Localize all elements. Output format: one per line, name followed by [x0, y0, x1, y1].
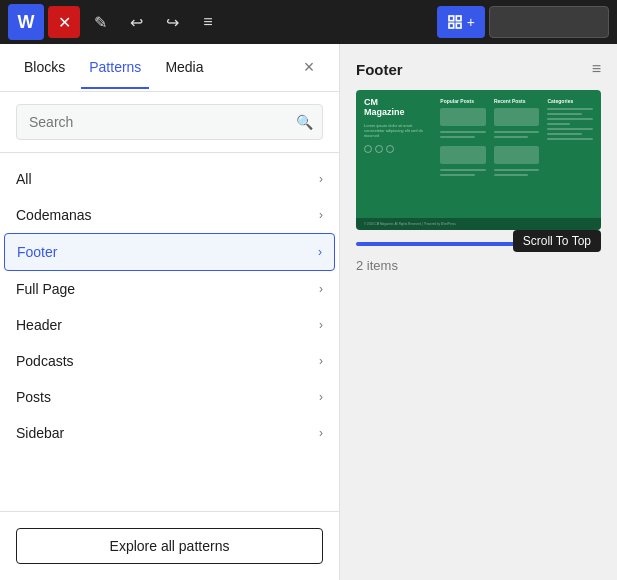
cat-line [547, 138, 593, 140]
recent-line [494, 131, 540, 133]
list-view-button[interactable]: ≡ [192, 6, 224, 38]
footer-main-col: CMMagazine Lorem ipsum dolor sit amet co… [364, 98, 432, 222]
search-container: 🔍 [0, 92, 339, 153]
toolbar-search-input[interactable] [489, 6, 609, 38]
post-line [440, 169, 486, 171]
post-line [440, 174, 474, 176]
category-item-full-page[interactable]: Full Page › [0, 271, 339, 307]
category-item-posts[interactable]: Posts › [0, 379, 339, 415]
cat-line [547, 118, 593, 120]
pattern-preview-card[interactable]: CMMagazine Lorem ipsum dolor sit amet co… [356, 90, 601, 230]
recent-image-2 [494, 146, 540, 164]
magazine-title: CMMagazine [364, 98, 432, 118]
svg-rect-3 [456, 23, 461, 28]
search-input-wrap: 🔍 [16, 104, 323, 140]
category-label: All [16, 171, 32, 187]
chevron-icon: › [319, 282, 323, 296]
footer-preview-content: CMMagazine Lorem ipsum dolor sit amet co… [356, 90, 601, 230]
svg-rect-2 [449, 23, 454, 28]
chevron-icon: › [319, 208, 323, 222]
right-panel-title: Footer [356, 61, 403, 78]
category-label: Posts [16, 389, 51, 405]
chevron-icon: › [318, 245, 322, 259]
footer-copyright: © 2024 CM Magazine. All Rights Reserved.… [364, 222, 456, 226]
recent-posts-col: Recent Posts [494, 98, 540, 222]
right-panel-header: Footer ≡ [356, 60, 601, 78]
pencil-icon: ✎ [94, 13, 107, 32]
cat-line [547, 108, 593, 110]
wp-logo-button[interactable]: W [8, 4, 44, 40]
categories-header: Categories [547, 98, 593, 104]
tab-media[interactable]: Media [157, 47, 211, 89]
main-content: Blocks Patterns Media × 🔍 All › Codemana… [0, 44, 617, 580]
undo-button[interactable]: ↩ [120, 6, 152, 38]
close-icon: ✕ [58, 13, 71, 32]
chevron-icon: › [319, 318, 323, 332]
undo-icon: ↩ [130, 13, 143, 32]
pencil-button[interactable]: ✎ [84, 6, 116, 38]
category-item-footer[interactable]: Footer › [4, 233, 335, 271]
category-item-codemanas[interactable]: Codemanas › [0, 197, 339, 233]
post-line [440, 136, 474, 138]
grid-icon [447, 14, 463, 30]
inserter-button[interactable]: + [437, 6, 485, 38]
tabs-bar: Blocks Patterns Media × [0, 44, 339, 92]
category-label: Sidebar [16, 425, 64, 441]
panel-close-button[interactable]: × [295, 54, 323, 82]
recent-image-1 [494, 108, 540, 126]
chevron-icon: › [319, 426, 323, 440]
post-image-1 [440, 108, 486, 126]
progress-bar-wrap: Scroll To Top [356, 242, 601, 246]
popular-posts-header: Popular Posts [440, 98, 486, 104]
categories-col: Categories [547, 98, 593, 222]
post-line [440, 131, 486, 133]
category-item-podcasts[interactable]: Podcasts › [0, 343, 339, 379]
right-panel: Footer ≡ CMMagazine Lorem ipsum dolor si… [340, 44, 617, 580]
category-label: Footer [17, 244, 57, 260]
chevron-icon: › [319, 390, 323, 404]
category-list: All › Codemanas › Footer › Full Page › H… [0, 153, 339, 511]
inserter-plus-icon: + [467, 14, 475, 30]
tab-blocks[interactable]: Blocks [16, 47, 73, 89]
recent-line [494, 174, 528, 176]
post-image-2 [440, 146, 486, 164]
category-item-sidebar[interactable]: Sidebar › [0, 415, 339, 451]
recent-posts-header: Recent Posts [494, 98, 540, 104]
recent-line [494, 136, 528, 138]
redo-icon: ↪ [166, 13, 179, 32]
recent-line [494, 169, 540, 171]
cat-line [547, 128, 593, 130]
close-button[interactable]: ✕ [48, 6, 80, 38]
redo-button[interactable]: ↪ [156, 6, 188, 38]
category-item-header[interactable]: Header › [0, 307, 339, 343]
magazine-desc: Lorem ipsum dolor sit amet consectetur a… [364, 123, 432, 139]
scroll-to-top-button[interactable]: Scroll To Top [513, 230, 601, 252]
footer-bottom-bar: © 2024 CM Magazine. All Rights Reserved.… [356, 218, 601, 230]
filter-icon[interactable]: ≡ [592, 60, 601, 78]
chevron-icon: › [319, 354, 323, 368]
cat-line [547, 123, 570, 125]
explore-all-patterns-button[interactable]: Explore all patterns [16, 528, 323, 564]
category-item-all[interactable]: All › [0, 161, 339, 197]
cat-line [547, 133, 581, 135]
cat-line [547, 113, 581, 115]
toolbar: W ✕ ✎ ↩ ↪ ≡ + [0, 0, 617, 44]
pattern-thumbnail: CMMagazine Lorem ipsum dolor sit amet co… [356, 90, 601, 230]
svg-rect-0 [449, 16, 454, 21]
svg-rect-1 [456, 16, 461, 21]
items-count: 2 items [356, 258, 601, 273]
list-icon: ≡ [203, 13, 212, 31]
tab-patterns[interactable]: Patterns [81, 47, 149, 89]
category-label: Header [16, 317, 62, 333]
left-panel: Blocks Patterns Media × 🔍 All › Codemana… [0, 44, 340, 580]
category-label: Podcasts [16, 353, 74, 369]
category-label: Codemanas [16, 207, 92, 223]
explore-btn-wrap: Explore all patterns [0, 511, 339, 580]
chevron-icon: › [319, 172, 323, 186]
category-label: Full Page [16, 281, 75, 297]
popular-posts-col: Popular Posts [440, 98, 486, 222]
search-input[interactable] [16, 104, 323, 140]
